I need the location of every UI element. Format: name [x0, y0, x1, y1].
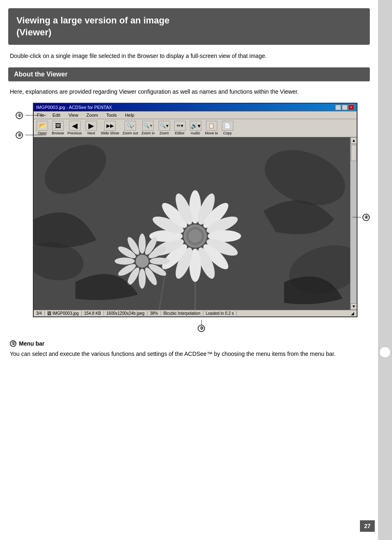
- menu-view[interactable]: View: [67, 112, 80, 118]
- previous-icon: ◀: [69, 121, 81, 131]
- callout-circle-3: ③: [198, 325, 205, 332]
- status-filesize: 154.8 KB: [84, 311, 104, 316]
- desc-callout-circle: ①: [10, 340, 16, 347]
- moveto-icon: 📋: [206, 121, 217, 131]
- titlebar-buttons: _ □ ×: [335, 105, 354, 110]
- desc-section: ① Menu bar You can select and execute th…: [8, 340, 370, 358]
- status-zoom: 38%: [150, 311, 161, 316]
- scroll-down-btn[interactable]: ▼: [350, 303, 357, 310]
- callout-circle-2: ②: [16, 132, 23, 139]
- slideshow-icon: ▶▶: [104, 121, 116, 131]
- acdsee-statusbar: 3/4 🖼 IMGP0003.jpg 154.8 KB 1600x1200x24…: [34, 310, 357, 316]
- zoom-icon: 🔍▾: [159, 121, 170, 131]
- menu-help[interactable]: Help: [123, 112, 136, 118]
- sidebar-circle: [379, 346, 391, 358]
- scroll-track: [350, 144, 357, 303]
- acdsee-titlebar: IMGP0003.jpg - ACDSee for PENTAX _ □ ×: [34, 104, 357, 111]
- status-interpolation: Bicubic Interpolation: [164, 311, 203, 316]
- toolbar-previous[interactable]: ◀ Previous: [67, 121, 82, 135]
- toolbar-copy[interactable]: 📄 Copy: [221, 121, 234, 135]
- svg-point-32: [139, 269, 146, 289]
- zoomout-icon: 🔍-: [125, 121, 136, 131]
- flower-image: [34, 137, 357, 310]
- right-sidebar: [378, 0, 392, 540]
- zoomin-icon: 🔍+: [142, 121, 154, 131]
- svg-point-26: [139, 233, 146, 254]
- scroll-thumb[interactable]: [351, 145, 357, 161]
- toolbar-audio[interactable]: 🔊▾ Audio: [189, 121, 202, 135]
- svg-point-29: [150, 258, 170, 265]
- toolbar-browse[interactable]: 🖼 Browse: [52, 121, 64, 135]
- callout-1: ①: [16, 112, 46, 119]
- callout-3-container: ③: [33, 320, 370, 332]
- next-icon: ▶: [85, 121, 97, 131]
- page-title: Viewing a large version of an image (Vie…: [8, 8, 370, 45]
- acdsee-toolbar: 📂 Open 🖼 Browse ◀ Previous ▶ Next: [34, 119, 357, 137]
- toolbar-zoom[interactable]: 🔍▾ Zoom: [158, 121, 171, 135]
- menu-tools[interactable]: Tools: [104, 112, 118, 118]
- copy-icon: 📄: [222, 121, 233, 131]
- status-filename: 🖼 IMGP0003.jpg: [47, 311, 82, 316]
- acdsee-window: IMGP0003.jpg - ACDSee for PENTAX _ □ × F…: [33, 103, 357, 317]
- section-desc: Here, explanations are provided regardin…: [8, 87, 370, 96]
- toolbar-zoomout[interactable]: 🔍- Zoom out: [122, 121, 138, 135]
- callout-circle-4: ④: [362, 214, 370, 221]
- status-loadtime: Loaded in 0.2 s: [206, 311, 237, 316]
- toolbar-zoomin[interactable]: 🔍+ Zoom in: [141, 121, 155, 135]
- status-dimensions: 1600x1200x24b jpeg: [106, 311, 148, 316]
- browse-icon: 🖼: [52, 121, 64, 131]
- callout-4-container: ④: [353, 214, 370, 221]
- viewer-area: ① ② IMGP0003.jpg - ACDSee for PENTAX _ □…: [8, 103, 370, 332]
- section-header: About the Viewer: [8, 67, 370, 81]
- status-frame: 3/4: [36, 311, 45, 316]
- audio-icon: 🔊▾: [190, 121, 201, 131]
- page-number: 27: [360, 520, 375, 532]
- svg-point-25: [189, 229, 202, 242]
- intro-text: Double-click on a single image file sele…: [8, 51, 370, 60]
- acdsee-image-area: ▲ ▼: [34, 137, 357, 310]
- resize-handle: ◢: [351, 311, 354, 316]
- menu-edit[interactable]: Edit: [51, 112, 62, 118]
- callout-2: ②: [16, 132, 46, 139]
- menu-zoom[interactable]: Zoom: [85, 112, 99, 118]
- svg-point-38: [136, 255, 149, 268]
- desc-title: ① Menu bar: [10, 340, 368, 347]
- close-btn[interactable]: ×: [348, 105, 354, 110]
- menu-bar-label: Menu bar: [19, 340, 44, 347]
- minimize-btn[interactable]: _: [335, 105, 341, 110]
- toolbar-next[interactable]: ▶ Next: [85, 121, 97, 135]
- toolbar-moveto[interactable]: 📋 Move to: [205, 121, 218, 135]
- svg-point-35: [115, 258, 135, 265]
- vertical-scrollbar[interactable]: ▲ ▼: [350, 137, 357, 310]
- menu-bar-desc: You can select and execute the various f…: [10, 349, 368, 358]
- acdsee-menubar: File Edit View Zoom Tools Help: [34, 111, 357, 119]
- restore-btn[interactable]: □: [342, 105, 348, 110]
- editor-icon: ✏▾: [174, 121, 186, 131]
- scroll-up-btn[interactable]: ▲: [350, 137, 357, 144]
- callout-circle-1: ①: [16, 112, 23, 119]
- toolbar-editor[interactable]: ✏▾ Editor: [174, 121, 186, 135]
- titlebar-text: IMGP0003.jpg - ACDSee for PENTAX: [36, 105, 112, 110]
- toolbar-slideshow[interactable]: ▶▶ Slide Show: [101, 121, 119, 135]
